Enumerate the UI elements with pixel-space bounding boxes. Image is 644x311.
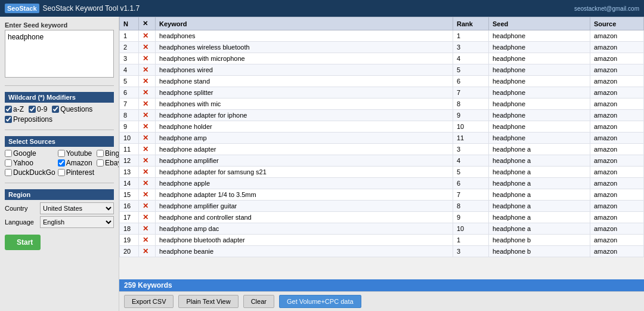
table-row[interactable]: 14 ✕ headphone apple 6 headphone a amazo… — [120, 178, 644, 189]
cell-rank: 3 — [453, 246, 489, 257]
remove-icon[interactable]: ✕ — [143, 77, 148, 85]
cell-x[interactable]: ✕ — [139, 178, 156, 189]
export-csv-button[interactable]: Export CSV — [124, 295, 174, 308]
table-row[interactable]: 16 ✕ headphone amplifier guitar 8 headph… — [120, 201, 644, 212]
sources-title: Select Sources — [5, 136, 114, 147]
cell-x[interactable]: ✕ — [139, 212, 156, 223]
cell-x[interactable]: ✕ — [139, 133, 156, 144]
remove-icon[interactable]: ✕ — [143, 202, 148, 210]
remove-icon[interactable]: ✕ — [143, 111, 148, 119]
table-row[interactable]: 11 ✕ headphone adapter 3 headphone a ama… — [120, 144, 644, 155]
cell-x[interactable]: ✕ — [139, 121, 156, 133]
remove-icon[interactable]: ✕ — [143, 145, 148, 153]
cell-x[interactable]: ✕ — [139, 30, 156, 42]
cell-source: amazon — [590, 87, 644, 98]
remove-icon[interactable]: ✕ — [143, 236, 148, 244]
wildcard-09[interactable]: 0-9 — [29, 105, 47, 113]
remove-icon[interactable]: ✕ — [143, 213, 148, 221]
table-row[interactable]: 2 ✕ headphones wireless bluetooth 3 head… — [120, 42, 644, 53]
keyword-table-container[interactable]: N ✕ Keyword Rank Seed Source 1 ✕ headpho… — [119, 17, 644, 279]
table-row[interactable]: 20 ✕ headphone beanie 3 headphone b amaz… — [120, 246, 644, 257]
cell-rank: 3 — [453, 42, 489, 53]
wildcard-prepositions[interactable]: Prepositions — [5, 115, 52, 124]
remove-icon[interactable]: ✕ — [143, 66, 148, 74]
cell-n: 1 — [120, 30, 139, 42]
cell-seed: headphone — [489, 121, 590, 133]
table-row[interactable]: 12 ✕ headphone amplifier 4 headphone a a… — [120, 155, 644, 167]
cell-keyword: headphone and controller stand — [156, 212, 453, 223]
cell-x[interactable]: ✕ — [139, 144, 156, 155]
table-row[interactable]: 19 ✕ headphone bluetooth adapter 1 headp… — [120, 235, 644, 246]
source-google[interactable]: Google — [5, 149, 55, 158]
cell-x[interactable]: ✕ — [139, 76, 156, 87]
source-amazon[interactable]: Amazon — [58, 159, 94, 167]
cell-x[interactable]: ✕ — [139, 64, 156, 76]
cell-source: amazon — [590, 212, 644, 223]
remove-icon[interactable]: ✕ — [143, 100, 148, 108]
remove-icon[interactable]: ✕ — [143, 54, 148, 63]
cell-source: amazon — [590, 189, 644, 201]
remove-icon[interactable]: ✕ — [143, 43, 148, 51]
source-yahoo[interactable]: Yahoo — [5, 159, 55, 167]
country-select[interactable]: United States United Kingdom Canada — [40, 202, 114, 214]
cell-x[interactable]: ✕ — [139, 246, 156, 257]
language-select[interactable]: English Spanish French — [40, 216, 114, 228]
cell-rank: 9 — [453, 110, 489, 121]
table-row[interactable]: 8 ✕ headphone adapter for iphone 9 headp… — [120, 110, 644, 121]
start-button[interactable]: Start — [5, 235, 41, 250]
table-row[interactable]: 1 ✕ headphones 1 headphone amazon — [120, 30, 644, 42]
remove-icon[interactable]: ✕ — [143, 88, 148, 97]
cell-x[interactable]: ✕ — [139, 235, 156, 246]
cell-source: amazon — [590, 178, 644, 189]
cell-x[interactable]: ✕ — [139, 223, 156, 235]
table-row[interactable]: 4 ✕ headphones wired 5 headphone amazon — [120, 64, 644, 76]
cell-x[interactable]: ✕ — [139, 189, 156, 201]
seed-keyword-input[interactable]: headphone — [5, 30, 114, 78]
cell-x[interactable]: ✕ — [139, 167, 156, 178]
table-row[interactable]: 18 ✕ headphone amp dac 10 headphone a am… — [120, 223, 644, 235]
cell-x[interactable]: ✕ — [139, 53, 156, 64]
cell-keyword: headphones wired — [156, 64, 453, 76]
source-ebay[interactable]: Ebay — [97, 159, 119, 167]
table-row[interactable]: 5 ✕ headphone stand 6 headphone amazon — [120, 76, 644, 87]
cell-keyword: headphone beanie — [156, 246, 453, 257]
table-row[interactable]: 6 ✕ headphone splitter 7 headphone amazo… — [120, 87, 644, 98]
remove-icon[interactable]: ✕ — [143, 190, 148, 199]
app-title: SeoStack Keyword Tool v1.1.7 — [43, 4, 140, 13]
table-row[interactable]: 13 ✕ headphone adapter for samsung s21 5… — [120, 167, 644, 178]
source-youtube[interactable]: Youtube — [58, 149, 94, 158]
source-duckduckgo[interactable]: DuckDuckGo — [5, 168, 55, 177]
source-bing[interactable]: Bing — [97, 149, 119, 158]
cell-rank: 9 — [453, 212, 489, 223]
clear-button[interactable]: Clear — [243, 295, 274, 308]
remove-icon[interactable]: ✕ — [143, 179, 148, 187]
cell-rank: 4 — [453, 155, 489, 167]
cell-x[interactable]: ✕ — [139, 98, 156, 110]
wildcard-questions[interactable]: Questions — [52, 105, 92, 113]
cell-x[interactable]: ✕ — [139, 110, 156, 121]
remove-icon[interactable]: ✕ — [143, 32, 148, 40]
remove-icon[interactable]: ✕ — [143, 156, 148, 165]
table-row[interactable]: 3 ✕ headphones with microphone 4 headpho… — [120, 53, 644, 64]
remove-icon[interactable]: ✕ — [143, 224, 148, 233]
right-panel: N ✕ Keyword Rank Seed Source 1 ✕ headpho… — [119, 17, 644, 311]
get-volume-button[interactable]: Get Volume+CPC data — [279, 295, 361, 308]
cell-x[interactable]: ✕ — [139, 87, 156, 98]
cell-n: 3 — [120, 53, 139, 64]
wildcard-az[interactable]: a-Z — [5, 105, 24, 113]
plain-text-view-button[interactable]: Plain Text View — [178, 295, 238, 308]
table-row[interactable]: 7 ✕ headphones with mic 8 headphone amaz… — [120, 98, 644, 110]
cell-x[interactable]: ✕ — [139, 155, 156, 167]
col-header-source: Source — [590, 17, 644, 30]
remove-icon[interactable]: ✕ — [143, 134, 148, 142]
remove-icon[interactable]: ✕ — [143, 247, 148, 255]
table-row[interactable]: 9 ✕ headphone holder 10 headphone amazon — [120, 121, 644, 133]
table-row[interactable]: 15 ✕ headphone adapter 1/4 to 3.5mm 7 he… — [120, 189, 644, 201]
table-row[interactable]: 17 ✕ headphone and controller stand 9 he… — [120, 212, 644, 223]
remove-icon[interactable]: ✕ — [143, 168, 148, 176]
source-pinterest[interactable]: Pinterest — [58, 168, 94, 177]
table-row[interactable]: 10 ✕ headphone amp 11 headphone amazon — [120, 133, 644, 144]
remove-icon[interactable]: ✕ — [143, 122, 148, 131]
cell-x[interactable]: ✕ — [139, 42, 156, 53]
cell-x[interactable]: ✕ — [139, 201, 156, 212]
